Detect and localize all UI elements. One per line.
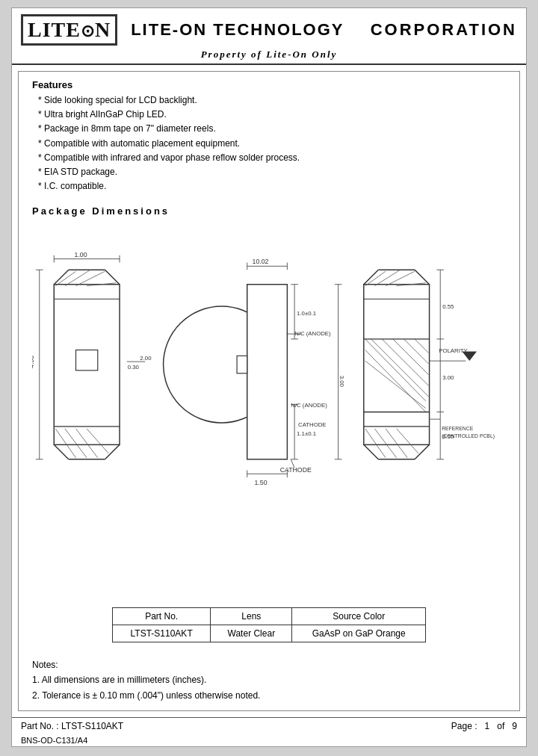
svg-text:N/C (ANODE): N/C (ANODE) — [294, 330, 331, 337]
features-title: Features — [32, 79, 506, 90]
footer-bottom: BNS-OD-C131/A4 — [12, 734, 526, 746]
svg-text:1.0±0.1: 1.0±0.1 — [297, 310, 316, 317]
technical-diagram: 4.00 1.00 0.30 2.00 — [32, 223, 506, 506]
svg-text:2.00: 2.00 — [140, 355, 152, 362]
package-title: Package Dimensions — [32, 205, 506, 217]
table-cell-partno: LTST-S110AKT — [113, 625, 211, 642]
svg-rect-18 — [76, 350, 98, 371]
diagram-area: 4.00 1.00 0.30 2.00 — [32, 223, 506, 600]
svg-text:N/C (ANODE): N/C (ANODE) — [291, 402, 327, 409]
feature-item: * EIA STD package. — [38, 165, 506, 179]
logo-box: LITE⊙N — [21, 14, 117, 46]
svg-text:0.55: 0.55 — [442, 303, 454, 310]
svg-text:10.02: 10.02 — [253, 258, 269, 266]
svg-line-9 — [76, 271, 105, 286]
feature-item: * Compatible with automatic placement eq… — [38, 137, 506, 151]
footer-part-label: Part No. : — [21, 721, 59, 731]
note-item-1: 1. All dimensions are in millimeters (in… — [32, 672, 506, 687]
page: LITE⊙N LITE-ON TECHNOLOGY CORPORATION Pr… — [11, 7, 527, 747]
feature-item: * Compatible with infrared and vapor pha… — [38, 151, 506, 165]
header-subtitle: Property of Lite-On Only — [21, 49, 517, 61]
svg-line-62 — [415, 270, 430, 285]
footer-part-number: LTST-S110AKT — [61, 721, 123, 731]
footer-part: Part No. : LTST-S110AKT — [21, 721, 123, 731]
footer-bottom-text: BNS-OD-C131/A4 — [21, 736, 87, 745]
company-corporation: CORPORATION — [371, 20, 517, 40]
footer-page: Page : 1 of 9 — [451, 721, 517, 731]
notes-title: Notes: — [32, 657, 506, 672]
svg-text:CATHODE: CATHODE — [298, 421, 327, 428]
svg-line-3 — [105, 270, 120, 285]
logo-area: LITE⊙N LITE-ON TECHNOLOGY — [21, 14, 344, 46]
content-area: Features * Side looking special for LCD … — [18, 71, 520, 711]
header: LITE⊙N LITE-ON TECHNOLOGY CORPORATION Pr… — [12, 8, 526, 65]
footer-page-label: Page : — [451, 721, 477, 731]
svg-text:POLARITY: POLARITY — [439, 348, 468, 355]
svg-line-67 — [374, 270, 400, 286]
svg-rect-32 — [237, 356, 247, 374]
svg-line-68 — [386, 271, 415, 286]
svg-text:REFERENCE: REFERENCE — [442, 426, 473, 431]
feature-item: * Side looking special for LCD backlight… — [38, 93, 506, 108]
table-row: LTST-S110AKT Water Clear GaAsP on GaP Or… — [113, 625, 426, 642]
table-header-lens: Lens — [211, 607, 292, 625]
svg-text:1.50: 1.50 — [254, 479, 267, 486]
notes-section: Notes: 1. All dimensions are in millimet… — [32, 657, 506, 703]
feature-item: * Package in 8mm tape on 7" diameter ree… — [38, 122, 506, 136]
footer-page-number: 1 — [485, 721, 490, 731]
svg-text:1.00: 1.00 — [75, 251, 87, 258]
svg-rect-31 — [247, 285, 288, 459]
footer: Part No. : LTST-S110AKT Page : 1 of 9 — [12, 717, 526, 734]
parts-table: Part No. Lens Source Color LTST-S110AKT … — [112, 607, 426, 642]
company-name: LITE-ON TECHNOLOGY — [131, 20, 344, 40]
footer-of-label: of — [497, 721, 504, 731]
table-cell-lens: Water Clear — [211, 625, 292, 642]
table-header-color: Source Color — [292, 607, 426, 625]
svg-line-1 — [54, 270, 69, 285]
svg-line-4 — [54, 445, 69, 460]
svg-line-60 — [364, 270, 379, 285]
svg-text:CATHODE: CATHODE — [280, 467, 312, 474]
svg-text:4.00: 4.00 — [32, 356, 35, 368]
svg-text:(CONTROLLED PCBL): (CONTROLLED PCBL) — [442, 433, 495, 439]
svg-text:0.30: 0.30 — [128, 364, 140, 371]
header-top: LITE⊙N LITE-ON TECHNOLOGY CORPORATION — [21, 14, 517, 46]
svg-text:3.00: 3.00 — [442, 374, 454, 381]
feature-item: * I.C. compatible. — [38, 179, 506, 193]
table-header-partno: Part No. — [113, 607, 211, 625]
svg-line-63 — [364, 445, 379, 460]
svg-text:3.00: 3.00 — [338, 376, 345, 388]
note-item-2: 2. Tolerance is ± 0.10 mm (.004") unless… — [32, 688, 506, 703]
table-cell-color: GaAsP on GaP Orange — [292, 625, 426, 642]
features-list: * Side looking special for LCD backlight… — [38, 93, 506, 193]
feature-item: * Ultra bright AlInGaP Chip LED. — [38, 108, 506, 122]
footer-total-pages: 9 — [512, 721, 517, 731]
svg-text:1.1±0.1: 1.1±0.1 — [297, 430, 316, 437]
features-section: Features * Side looking special for LCD … — [32, 79, 506, 193]
svg-line-8 — [65, 270, 90, 286]
